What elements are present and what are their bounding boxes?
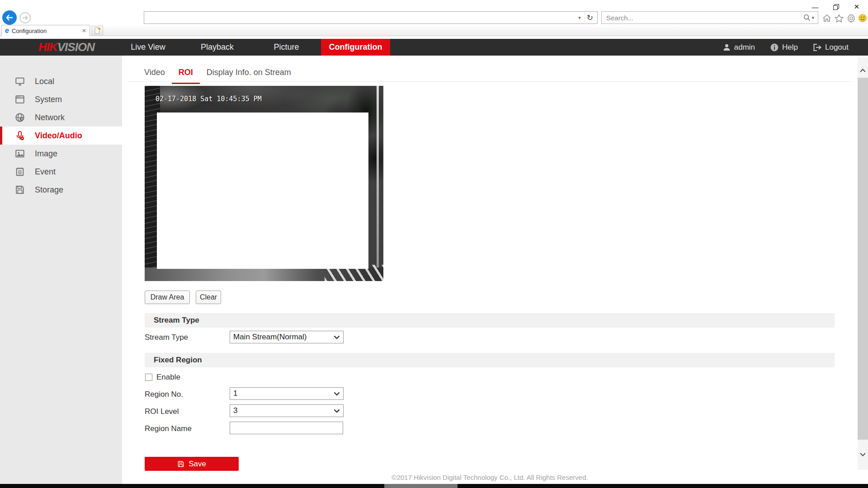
stream-type-select[interactable]: Main Stream(Normal) <box>230 331 344 343</box>
clear-button[interactable]: Clear <box>196 291 221 304</box>
close-tab-icon[interactable]: ✕ <box>82 28 86 34</box>
feedback-smiley-icon[interactable] <box>858 13 868 23</box>
sidebar-item-label: Video/Audio <box>35 131 82 141</box>
home-icon[interactable] <box>822 13 832 23</box>
tabs-divider <box>127 81 851 82</box>
globe-icon <box>15 113 25 122</box>
chevron-up-icon <box>860 69 866 72</box>
logo-hik: HIK <box>38 40 57 54</box>
chevron-down-icon <box>330 409 343 413</box>
chevron-down-icon <box>330 392 343 396</box>
roi-level-label: ROI Level <box>145 407 179 416</box>
browser-tab-configuration[interactable]: e Configuration ✕ <box>1 25 90 36</box>
address-input[interactable] <box>144 12 575 23</box>
taskbar-segment <box>384 484 458 488</box>
browser-forward-button[interactable] <box>19 12 31 23</box>
search-dropdown-icon[interactable]: ▾ <box>811 15 818 21</box>
system-window-icon <box>15 94 25 104</box>
help-label: Help <box>782 43 798 52</box>
microphone-icon <box>15 131 25 141</box>
monitor-icon <box>15 76 25 86</box>
scrollbar-down-button[interactable] <box>858 450 868 460</box>
region-no-value: 1 <box>230 389 330 398</box>
scrollbar-up-button[interactable] <box>858 66 868 75</box>
save-label: Save <box>189 460 206 469</box>
sidebar-item-label: Event <box>35 167 56 177</box>
ie-logo-icon: e <box>5 27 9 34</box>
logout-icon <box>813 44 821 51</box>
search-input[interactable] <box>602 12 803 23</box>
user-menu: admin <box>723 43 755 52</box>
sidebar: Local System Network <box>0 56 122 484</box>
user-icon <box>723 43 731 51</box>
close-window-button[interactable]: ✕ <box>850 1 863 12</box>
hikvision-logo: HIKVISION <box>38 41 94 53</box>
chevron-down-icon <box>330 335 343 339</box>
enable-checkbox[interactable] <box>145 374 152 381</box>
scrollbar-thumb[interactable] <box>858 78 868 440</box>
copyright-footer: ©2017 Hikvision Digital Technology Co., … <box>122 474 858 481</box>
nav-picture[interactable]: Picture <box>252 39 321 56</box>
address-dropdown-icon[interactable]: ▾ <box>575 15 585 21</box>
sidebar-item-event[interactable]: Event <box>0 163 122 181</box>
fixed-region-section-title: Fixed Region <box>154 356 202 365</box>
draw-area-button[interactable]: Draw Area <box>145 291 190 304</box>
nav-playback[interactable]: Playback <box>183 39 252 56</box>
storage-disk-icon <box>15 185 25 195</box>
camera-preview[interactable]: 02-17-2018 Sat 10:45:35 PM <box>145 86 383 281</box>
stream-type-section-title: Stream Type <box>154 316 199 325</box>
help-button[interactable]: Help <box>770 43 798 52</box>
stream-type-label: Stream Type <box>145 333 188 342</box>
sidebar-item-video-audio[interactable]: Video/Audio <box>0 127 122 145</box>
region-name-input[interactable] <box>230 422 343 434</box>
sidebar-item-system[interactable]: System <box>0 90 122 108</box>
settings-gear-icon[interactable] <box>846 13 856 23</box>
logo-vision: VISION <box>57 40 94 54</box>
sidebar-item-network[interactable]: Network <box>0 108 122 127</box>
browser-tab-strip: e Configuration ✕ <box>0 25 868 36</box>
save-floppy-icon <box>177 460 184 468</box>
main-nav: Live View Playback Picture Configuration <box>113 39 390 56</box>
taskbar-sliver <box>0 484 868 488</box>
back-arrow-icon <box>6 14 13 21</box>
favorites-star-icon[interactable] <box>834 13 844 23</box>
new-tab-button[interactable] <box>92 26 103 35</box>
browser-chrome: ▾ ↻ ▾ <box>0 0 868 36</box>
sidebar-item-image[interactable]: Image <box>0 145 122 163</box>
forward-arrow-icon <box>22 15 28 20</box>
save-button[interactable]: Save <box>145 457 239 471</box>
browser-search-box[interactable]: ▾ <box>601 11 818 24</box>
search-icon[interactable] <box>803 14 811 21</box>
sidebar-item-label: System <box>35 95 62 104</box>
restore-icon <box>833 4 839 10</box>
roi-level-value: 3 <box>230 406 330 415</box>
event-icon <box>15 167 25 177</box>
refresh-icon[interactable]: ↻ <box>585 13 597 23</box>
username: admin <box>734 43 755 52</box>
stream-type-value: Main Stream(Normal) <box>230 333 330 342</box>
nav-live-view[interactable]: Live View <box>113 39 183 56</box>
sidebar-item-storage[interactable]: Storage <box>0 181 122 199</box>
region-no-select[interactable]: 1 <box>230 387 344 400</box>
sidebar-item-label: Storage <box>35 185 63 195</box>
app-header: HIKVISION Live View Playback Picture Con… <box>0 39 868 56</box>
logout-button[interactable]: Logout <box>813 43 849 52</box>
logout-label: Logout <box>825 43 849 52</box>
address-bar[interactable]: ▾ ↻ <box>144 11 598 24</box>
minimize-button[interactable]: — <box>808 1 822 12</box>
sidebar-item-label: Local <box>35 77 54 86</box>
sidebar-item-local[interactable]: Local <box>0 72 122 90</box>
roi-level-select[interactable]: 3 <box>230 404 344 417</box>
nav-configuration[interactable]: Configuration <box>321 39 390 56</box>
browser-back-button[interactable] <box>2 10 17 25</box>
page-scrollbar[interactable] <box>858 57 868 470</box>
video-pole-region <box>377 86 379 276</box>
enable-label[interactable]: Enable <box>156 373 180 382</box>
header-user-area: admin Help Logout <box>723 39 849 56</box>
restore-button[interactable] <box>829 1 843 12</box>
new-tab-page-icon <box>94 27 101 34</box>
stream-type-section-header: Stream Type <box>145 313 835 328</box>
roi-drawn-region[interactable] <box>157 113 368 269</box>
main-content: Video ROI Display Info. on Stream 02-17-… <box>122 56 858 484</box>
region-no-label: Region No. <box>145 390 183 399</box>
